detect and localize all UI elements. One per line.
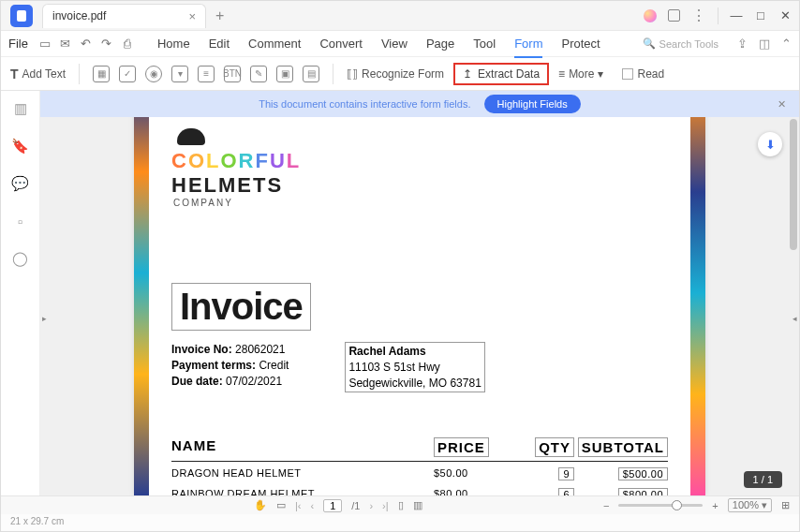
add-text-button[interactable]: T Add Text (10, 66, 66, 81)
recognize-icon: ⟦⟧ (347, 67, 358, 81)
menu-convert[interactable]: Convert (319, 37, 363, 52)
menu-home[interactable]: Home (157, 37, 190, 52)
cloud-icon[interactable]: ◫ (759, 37, 770, 51)
date-field-icon[interactable]: ▤ (303, 66, 319, 82)
kebab-menu-icon[interactable]: ⋮ (691, 7, 706, 24)
export-icon[interactable]: ⇪ (737, 37, 748, 51)
menu-form[interactable]: Form (514, 37, 542, 58)
checkbox-field-icon[interactable]: ✓ (119, 66, 136, 82)
page-dimensions: 21 x 29.7 cm (1, 514, 799, 531)
maximize-button[interactable]: □ (754, 8, 767, 22)
th-qty[interactable]: QTY (535, 437, 574, 457)
save-icon[interactable]: ▭ (37, 37, 52, 52)
more-button[interactable]: ≡ More ▾ (558, 67, 603, 81)
document-tab[interactable]: invoice.pdf × (42, 4, 206, 28)
left-margin-handle[interactable]: ▸ (42, 314, 47, 323)
cell-subtotal[interactable]: $800.00 (618, 488, 668, 495)
cell-qty[interactable]: 6 (558, 488, 574, 495)
scrollbar-thumb[interactable] (790, 119, 797, 250)
view-continuous-icon[interactable]: ▥ (413, 499, 422, 511)
menu-bar: File ▭ ✉ ↶ ↷ ⎙ Home Edit Comment Convert… (1, 31, 799, 57)
terms-value: Credit (259, 359, 289, 372)
fit-screen-icon[interactable]: ⊞ (781, 499, 790, 511)
signature-field-icon[interactable]: ✎ (250, 66, 267, 82)
zoom-out-button[interactable]: − (603, 500, 609, 511)
menu-page[interactable]: Page (426, 37, 454, 52)
page-input[interactable] (323, 499, 342, 512)
extract-data-button[interactable]: ↥ Extract Data (453, 63, 549, 85)
tab-title: invoice.pdf (52, 9, 106, 22)
invoice-no: 28062021 (235, 343, 285, 356)
cell-qty[interactable]: 9 (558, 467, 574, 480)
customer-box[interactable]: Rachel Adams 11103 S 51st Hwy Sedgewickv… (345, 342, 484, 392)
customer-addr2: Sedgewickville, MO 63781 (348, 376, 481, 392)
new-tab-button[interactable]: + (215, 7, 224, 24)
attachments-icon[interactable]: ▫ (12, 213, 29, 229)
close-tab-icon[interactable]: × (188, 9, 196, 23)
button-field-icon[interactable]: BTN (224, 66, 241, 82)
field-select-icon[interactable]: ▦ (93, 66, 110, 82)
search-placeholder: Search Tools (659, 38, 719, 50)
logo-helmets: HELMETS (171, 173, 668, 198)
read-toggle[interactable]: Read (622, 67, 664, 81)
invoice-table: NAME PRICE QTY SUBTOTAL DRAGON HEAD HELM… (171, 437, 668, 495)
select-tool-icon[interactable]: ▭ (276, 499, 286, 511)
share-icon[interactable] (668, 9, 680, 22)
menu-edit[interactable]: Edit (209, 37, 230, 52)
search-panel-icon[interactable]: ◯ (12, 250, 29, 267)
print-icon[interactable]: ⎙ (120, 37, 135, 52)
search-tools[interactable]: 🔍 Search Tools (643, 37, 719, 50)
close-window-button[interactable]: ✕ (778, 8, 792, 22)
th-price[interactable]: PRICE (434, 437, 489, 457)
menu-tool[interactable]: Tool (473, 37, 496, 52)
expand-icon[interactable]: ⌃ (781, 37, 792, 51)
titlebar: invoice.pdf × + ⋮ — □ ✕ (1, 1, 799, 31)
first-page-button[interactable]: |‹ (295, 500, 302, 511)
th-subtotal[interactable]: SUBTOTAL (578, 437, 668, 457)
next-page-button[interactable]: › (369, 500, 373, 511)
banner-text: This document contains interactive form … (259, 98, 470, 110)
zoom-value[interactable]: 100% ▾ (728, 498, 772, 512)
hand-tool-icon[interactable]: ✋ (254, 499, 267, 511)
close-banner-icon[interactable]: ✕ (778, 98, 786, 111)
invoice-title[interactable]: Invoice (171, 283, 311, 331)
app-icon (10, 5, 33, 27)
separator (718, 7, 719, 24)
highlight-fields-button[interactable]: Highlight Fields (484, 95, 581, 113)
add-text-label: Add Text (22, 67, 66, 81)
menu-view[interactable]: View (381, 37, 407, 52)
main-menus: Home Edit Comment Convert View Page Tool… (157, 37, 600, 52)
last-page-button[interactable]: ›| (382, 500, 389, 511)
radio-field-icon[interactable]: ◉ (145, 66, 162, 82)
more-label: More (569, 67, 594, 81)
recognize-form-button[interactable]: ⟦⟧ Recognize Form (347, 67, 444, 81)
view-single-icon[interactable]: ▯ (398, 499, 404, 511)
bookmarks-icon[interactable]: 🔖 (12, 138, 29, 155)
zoom-knob[interactable] (672, 500, 682, 510)
zoom-in-button[interactable]: + (712, 500, 718, 511)
list-field-icon[interactable]: ≡ (198, 66, 215, 82)
redo-icon[interactable]: ↷ (99, 37, 114, 52)
menu-protect[interactable]: Protect (561, 37, 600, 52)
comments-icon[interactable]: 💬 (12, 175, 29, 192)
undo-icon[interactable]: ↶ (79, 37, 94, 52)
zoom-slider[interactable] (618, 504, 703, 507)
customer-name: Rachel Adams (348, 345, 425, 358)
dropdown-field-icon[interactable]: ▾ (171, 66, 188, 82)
download-button[interactable]: ⬇ (758, 132, 782, 156)
file-menu[interactable]: File (8, 37, 28, 51)
gem-icon[interactable] (644, 9, 657, 22)
mail-icon[interactable]: ✉ (58, 37, 73, 52)
menu-comment[interactable]: Comment (248, 37, 301, 52)
read-label: Read (637, 67, 664, 81)
customer-addr1: 11103 S 51st Hwy (348, 360, 481, 376)
prev-page-button[interactable]: ‹ (311, 500, 315, 511)
cell-price: $80.00 (434, 488, 509, 495)
vertical-scrollbar[interactable] (790, 119, 797, 492)
image-field-icon[interactable]: ▣ (276, 66, 293, 82)
thumbnails-icon[interactable]: ▥ (12, 100, 29, 117)
minimize-button[interactable]: — (730, 8, 743, 22)
separator (333, 64, 333, 84)
cell-subtotal[interactable]: $500.00 (618, 467, 668, 480)
more-icon: ≡ (558, 67, 565, 81)
